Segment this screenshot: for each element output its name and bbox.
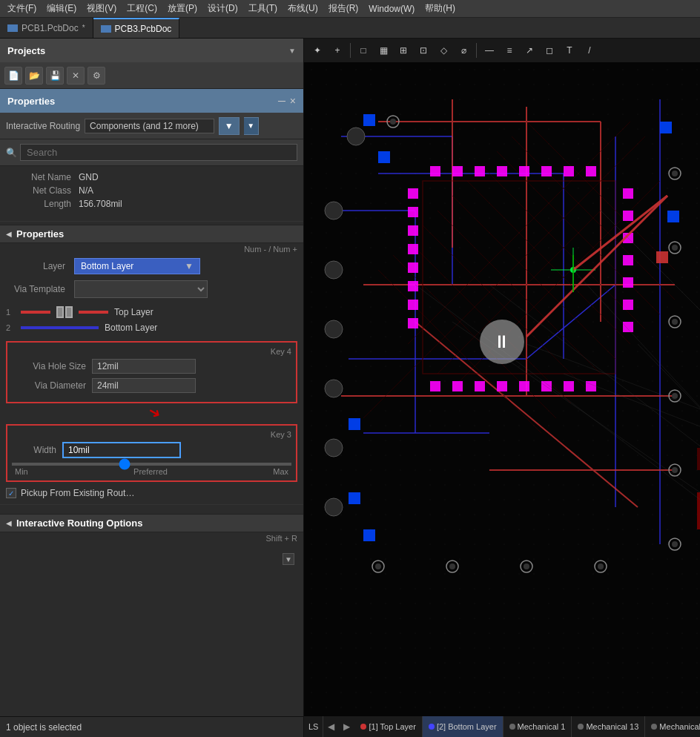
svg-rect-120 bbox=[656, 251, 668, 263]
pcb-tool-arrow[interactable]: ↗ bbox=[521, 42, 538, 59]
svg-point-105 bbox=[672, 245, 678, 251]
ls-text: LS bbox=[308, 722, 318, 731]
width-input[interactable] bbox=[62, 442, 181, 458]
props-scroll[interactable]: Net Name GND Net Class N/A Length 156.70… bbox=[0, 166, 303, 716]
svg-rect-48 bbox=[430, 166, 440, 176]
via-hole-size-input[interactable] bbox=[92, 359, 196, 374]
search-input[interactable] bbox=[20, 144, 297, 161]
via-hole-size-row: Via Hole Size bbox=[12, 359, 291, 374]
pcb-tool-minus[interactable]: — bbox=[481, 42, 498, 59]
layer-nav-next[interactable]: ▶ bbox=[339, 716, 354, 737]
divider-1 bbox=[0, 221, 303, 222]
via-template-dropdown[interactable] bbox=[74, 280, 208, 298]
pcb-tool-rect[interactable]: □ bbox=[354, 42, 372, 59]
filter-dropdown-btn[interactable]: ▼ bbox=[244, 117, 259, 135]
scroll-down-btn[interactable]: ▼ bbox=[283, 553, 294, 565]
pickup-checkbox[interactable] bbox=[6, 488, 16, 498]
via-diameter-input[interactable] bbox=[92, 378, 196, 393]
svg-point-123 bbox=[325, 261, 343, 279]
ls-label: LS bbox=[304, 716, 323, 737]
menu-file[interactable]: 文件(F) bbox=[3, 1, 41, 16]
menu-design[interactable]: 设计(D) bbox=[203, 1, 242, 16]
svg-rect-61 bbox=[623, 300, 633, 310]
svg-rect-52 bbox=[519, 166, 529, 176]
net-name-row: Net Name GND bbox=[12, 172, 291, 182]
menu-project[interactable]: 工程(C) bbox=[122, 1, 162, 16]
menu-tools[interactable]: 工具(T) bbox=[244, 1, 282, 16]
projects-header[interactable]: Projects ▼ bbox=[0, 39, 303, 62]
width-key-label: Key 3 bbox=[12, 430, 291, 439]
layer-dropdown-value: Bottom Layer bbox=[81, 261, 133, 271]
top-layer-tab[interactable]: [1] Top Layer bbox=[354, 716, 422, 737]
mode-dropdown[interactable]: Components (and 12 more) bbox=[85, 119, 214, 133]
properties-close-btn[interactable]: × bbox=[290, 95, 296, 107]
pcb-canvas[interactable]: ✦ + □ ▦ ⊞ ⊡ ◇ ⌀ — ≡ ↗ ◻ T / bbox=[304, 39, 700, 737]
mechanical13-tab[interactable]: Mechanical 13 bbox=[572, 716, 645, 737]
pcb-tool-select[interactable]: ✦ bbox=[308, 42, 326, 59]
tab-pcb1[interactable]: PCB1.PcbDoc * bbox=[0, 18, 93, 38]
layer-dropdown[interactable]: Bottom Layer ▼ bbox=[74, 258, 200, 274]
menu-place[interactable]: 放置(P) bbox=[163, 1, 202, 16]
toolbar-open-btn[interactable]: 📂 bbox=[25, 67, 43, 85]
pcb-tool-square[interactable]: ◻ bbox=[541, 42, 558, 59]
toolbar-close-btn[interactable]: ✕ bbox=[67, 67, 85, 85]
mechanical1-tab[interactable]: Mechanical 1 bbox=[503, 716, 572, 737]
svg-rect-70 bbox=[586, 381, 596, 391]
menubar: 文件(F) 编辑(E) 视图(V) 工程(C) 放置(P) 设计(D) 工具(T… bbox=[0, 0, 700, 18]
filter-button[interactable]: ▼ bbox=[219, 117, 240, 135]
svg-point-111 bbox=[449, 564, 455, 569]
bottom-layer-tab[interactable]: [2] Bottom Layer bbox=[423, 716, 503, 737]
length-row: Length 156.708mil bbox=[12, 199, 291, 209]
menu-edit[interactable]: 编辑(E) bbox=[42, 1, 81, 16]
pcb-tool-diamond[interactable]: ◇ bbox=[435, 42, 452, 59]
toolbar-new-btn[interactable]: 📄 bbox=[4, 67, 22, 85]
menu-window[interactable]: Window(W) bbox=[364, 2, 419, 16]
svg-rect-77 bbox=[363, 529, 375, 541]
toolbar-settings-btn[interactable]: ⚙ bbox=[88, 67, 105, 85]
prev-icon[interactable]: ◀ bbox=[326, 721, 336, 732]
menu-route[interactable]: 布线(U) bbox=[283, 1, 323, 16]
tab-pcb3-label: PCB3.PcbDoc bbox=[115, 24, 172, 34]
iro-header: ◀ Interactive Routing Options bbox=[0, 514, 303, 532]
layer-1-via bbox=[56, 306, 73, 318]
pcb-tool-line[interactable]: / bbox=[581, 42, 598, 59]
width-slider[interactable] bbox=[12, 463, 291, 466]
pcb-tool-cross[interactable]: ⊞ bbox=[394, 42, 412, 59]
menu-view[interactable]: 视图(V) bbox=[82, 1, 121, 16]
svg-rect-50 bbox=[475, 166, 485, 176]
tab-pcb1-label: PCB1.PcbDoc bbox=[22, 23, 79, 33]
slider-max-label: Max bbox=[273, 467, 288, 476]
next-icon[interactable]: ▶ bbox=[342, 721, 351, 732]
svg-rect-57 bbox=[623, 211, 633, 221]
properties-panel: Properties ─ × Interactive Routing Compo… bbox=[0, 89, 303, 737]
projects-arrow-icon: ▼ bbox=[288, 47, 296, 55]
section-arrow-icon: ◀ bbox=[6, 230, 12, 238]
layer-nav-prev[interactable]: ◀ bbox=[323, 716, 339, 737]
pcb-tool-circle[interactable]: ⌀ bbox=[455, 42, 472, 59]
menu-help[interactable]: 帮助(H) bbox=[420, 1, 460, 16]
mechanical-last-tab[interactable]: Mechanical bbox=[645, 716, 700, 737]
main-layout: Projects ▼ 📄 📂 💾 ✕ ⚙ Properties ─ × bbox=[0, 39, 700, 737]
layer-1-name: Top Layer bbox=[114, 307, 153, 317]
pcb-tool-add[interactable]: + bbox=[328, 42, 346, 59]
toolbar-save-btn[interactable]: 💾 bbox=[46, 67, 64, 85]
via-template-label: Via Template bbox=[6, 284, 65, 294]
pcb-tool-separator-2 bbox=[476, 43, 477, 58]
svg-rect-42 bbox=[408, 225, 418, 236]
pause-overlay: ⏸ bbox=[480, 320, 524, 364]
svg-point-113 bbox=[598, 564, 604, 569]
pcb-tool-dot[interactable]: ⊡ bbox=[415, 42, 432, 59]
svg-rect-72 bbox=[378, 151, 390, 163]
layer-field-label: Layer bbox=[6, 261, 65, 271]
pcb-tool-lines[interactable]: ≡ bbox=[501, 42, 518, 59]
svg-point-108 bbox=[672, 467, 678, 473]
pcb-tool-grid[interactable]: ▦ bbox=[374, 42, 392, 59]
pcb-tool-text[interactable]: T bbox=[561, 42, 578, 59]
layer-1-line-right bbox=[79, 311, 108, 314]
tab-pcb3[interactable]: PCB3.PcbDoc bbox=[93, 18, 180, 38]
menu-report[interactable]: 报告(R) bbox=[324, 1, 363, 16]
svg-point-107 bbox=[672, 393, 678, 399]
svg-rect-65 bbox=[475, 381, 485, 391]
properties-pin-btn[interactable]: ─ bbox=[278, 95, 285, 107]
red-arrow-annotation: ➜ bbox=[0, 406, 303, 421]
